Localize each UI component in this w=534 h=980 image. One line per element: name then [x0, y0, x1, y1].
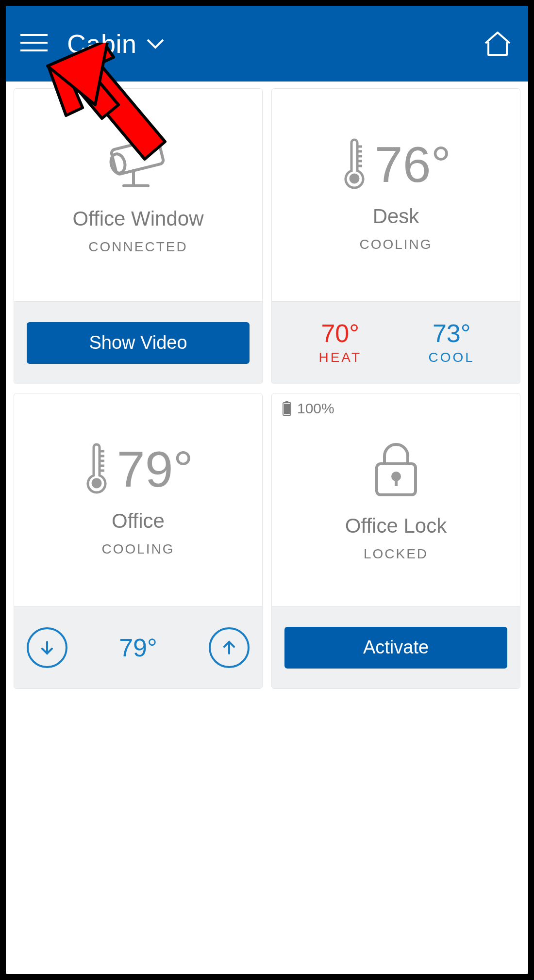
arrow-down-icon: [38, 639, 56, 656]
tile-footer: Show Video: [14, 301, 262, 384]
current-temp: 76°: [341, 138, 451, 191]
tile-name: Desk: [373, 205, 419, 228]
svg-rect-3: [111, 139, 164, 175]
tile-footer: 70° HEAT 73° COOL: [272, 301, 520, 384]
home-icon[interactable]: [483, 29, 513, 59]
heat-cool-setpoints: 70° HEAT 73° COOL: [284, 321, 507, 365]
heat-label: HEAT: [284, 350, 396, 365]
menu-icon[interactable]: [20, 34, 48, 53]
app-frame: Cabin: [6, 6, 528, 974]
tile-thermostat-office[interactable]: 79° Office COOLING 79°: [14, 393, 263, 689]
heat-value: 70°: [284, 321, 396, 346]
tile-thermostat-desk[interactable]: 76° Desk COOLING 70° HEAT 73° COOL: [271, 88, 520, 384]
svg-rect-11: [284, 404, 290, 414]
tile-body: 79° Office COOLING: [14, 393, 262, 606]
arrow-up-icon: [220, 639, 238, 656]
battery-icon: [282, 401, 292, 416]
location-name: Cabin: [67, 29, 137, 59]
tile-footer: 79°: [14, 606, 262, 688]
location-dropdown[interactable]: Cabin: [67, 29, 165, 59]
svg-point-5: [350, 175, 358, 182]
setpoint-value: 79°: [119, 633, 157, 662]
tile-grid: Office Window CONNECTED Show Video: [6, 82, 528, 696]
svg-point-13: [393, 473, 400, 480]
current-temp: 79°: [83, 442, 193, 496]
cool-label: COOL: [396, 350, 508, 365]
tile-status: CONNECTED: [88, 239, 187, 255]
heat-setpoint[interactable]: 70° HEAT: [284, 321, 396, 365]
tile-body: Office Lock LOCKED: [272, 393, 520, 606]
temp-down-button[interactable]: [27, 627, 67, 668]
tile-body: 76° Desk COOLING: [272, 89, 520, 301]
lock-icon: [367, 438, 425, 501]
tile-name: Office Window: [73, 207, 204, 230]
tile-status: COOLING: [101, 541, 174, 557]
tile-status: COOLING: [359, 237, 432, 252]
thermometer-icon: [341, 138, 368, 191]
svg-point-4: [109, 152, 127, 175]
tile-footer: Activate: [272, 606, 520, 688]
setpoint-stepper: 79°: [27, 627, 250, 668]
battery-status: 100%: [282, 400, 334, 417]
thermometer-icon: [83, 442, 110, 496]
tile-body: Office Window CONNECTED: [14, 89, 262, 301]
tile-status: LOCKED: [364, 546, 428, 562]
app-header: Cabin: [6, 6, 528, 82]
cool-value: 73°: [396, 321, 508, 346]
activate-button[interactable]: Activate: [284, 627, 507, 669]
tile-lock[interactable]: 100% Office Lock LOCKED Activate: [271, 393, 520, 689]
show-video-button[interactable]: Show Video: [27, 322, 250, 364]
tile-name: Office Lock: [345, 514, 447, 538]
svg-point-6: [93, 479, 100, 487]
camera-icon: [100, 135, 177, 194]
temp-value: 79°: [117, 444, 193, 494]
tile-name: Office: [112, 509, 165, 533]
cool-setpoint[interactable]: 73° COOL: [396, 321, 508, 365]
tile-camera[interactable]: Office Window CONNECTED Show Video: [14, 88, 263, 384]
battery-value: 100%: [297, 400, 334, 417]
temp-up-button[interactable]: [209, 627, 250, 668]
svg-rect-10: [285, 401, 288, 403]
chevron-down-icon: [146, 37, 165, 50]
temp-value: 76°: [375, 139, 451, 190]
